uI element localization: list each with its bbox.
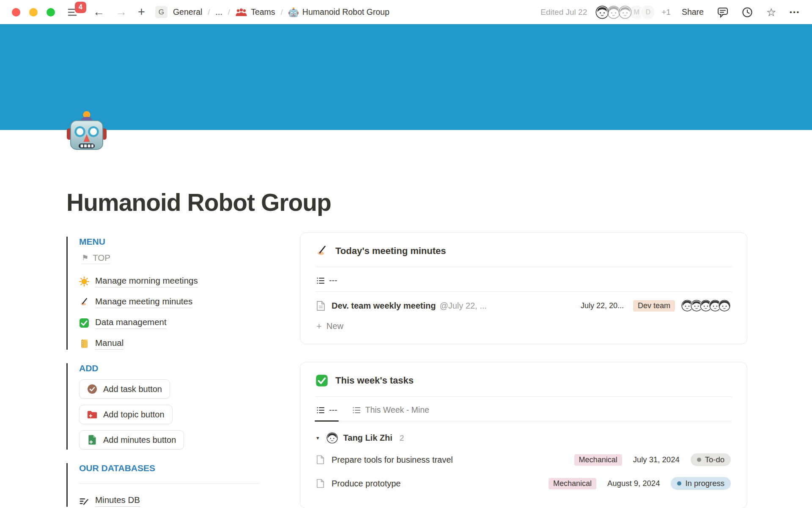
window-controls	[12, 8, 55, 17]
ledger-icon	[79, 339, 89, 349]
menu-link-meeting-minutes[interactable]: Manage meeting minutes	[79, 296, 192, 308]
breadcrumb-separator: /	[281, 8, 283, 17]
view-tabs: ---	[315, 267, 732, 292]
assignee-name: Tang Lik Zhi	[343, 433, 392, 443]
top-anchor-link[interactable]: ⚑ TOP	[82, 253, 110, 264]
breadcrumb-separator: /	[208, 8, 210, 17]
meeting-date-mention: @July 22, ...	[439, 301, 486, 311]
breadcrumb-ellipsis[interactable]: ...	[216, 7, 222, 17]
menu-link-data-management[interactable]: Data management	[79, 317, 167, 329]
history-clock-icon[interactable]	[742, 7, 753, 18]
task-row[interactable]: Produce prototype Mechanical August 9, 2…	[315, 472, 732, 495]
card-title: Today's meeting minutes	[335, 246, 446, 257]
favorite-star-icon[interactable]: ☆	[766, 7, 776, 18]
add-topic-button[interactable]: Add topic button	[79, 405, 173, 424]
red-folder-plus-icon	[87, 409, 97, 420]
page-title[interactable]: Humanoid Robot Group	[66, 188, 812, 216]
status-badge[interactable]: To-do	[691, 453, 731, 466]
new-entry-button[interactable]: + New	[315, 314, 732, 331]
member-avatar	[718, 299, 731, 312]
notification-badge: 4	[75, 2, 86, 13]
top-label: TOP	[93, 253, 110, 263]
weekly-tasks-card: This week's tasks -	[300, 362, 747, 508]
status-dot	[697, 458, 701, 462]
status-label: In progress	[685, 479, 724, 488]
plus-icon: +	[316, 322, 322, 331]
brown-check-circle-icon	[87, 384, 97, 394]
document-icon	[316, 455, 325, 465]
card-title: This week's tasks	[335, 375, 414, 386]
close-window-button[interactable]	[12, 8, 20, 17]
add-topic-label: Add topic button	[103, 410, 165, 420]
zoom-window-button[interactable]	[47, 8, 55, 17]
due-date[interactable]: July 31, 2024	[633, 455, 680, 464]
task-title: Prepare tools for business travel	[332, 455, 453, 465]
add-minutes-button[interactable]: Add minutes button	[79, 430, 184, 450]
menu-heading: MENU	[79, 237, 281, 247]
right-column: Today's meeting minutes	[300, 232, 747, 508]
attendee-avatars[interactable]	[684, 299, 731, 312]
meeting-date-property[interactable]: July 22, 20...	[581, 301, 624, 310]
breadcrumb-item-current-page[interactable]: Humanoid Robot Group	[302, 7, 390, 17]
presence-avatars: M D	[595, 5, 656, 20]
add-task-button[interactable]: Add task button	[79, 379, 170, 399]
meeting-title: Dev. team weekly meeting	[332, 301, 436, 311]
new-page-icon[interactable]: +	[138, 6, 145, 18]
green-doc-plus-icon	[87, 435, 97, 445]
comments-icon[interactable]	[717, 7, 728, 18]
assignee-avatar	[326, 432, 338, 444]
team-tag[interactable]: Dev team	[633, 300, 675, 312]
list-view-icon	[352, 406, 361, 414]
meeting-minutes-card: Today's meeting minutes	[300, 232, 747, 344]
status-dot	[677, 481, 681, 486]
due-date[interactable]: August 9, 2024	[607, 479, 660, 488]
breadcrumb-item-teams[interactable]: Teams	[251, 7, 275, 17]
menu-link-label: Manage meeting minutes	[95, 296, 192, 308]
add-section: ADD Add task button	[66, 363, 281, 450]
view-tab-default[interactable]: ---	[315, 397, 338, 421]
view-tab-default[interactable]: ---	[315, 267, 338, 291]
view-tabs: --- This Week - Mine	[315, 397, 732, 421]
edited-timestamp: Edited Jul 22	[540, 8, 587, 17]
share-button[interactable]: Share	[682, 7, 704, 17]
avatar-overflow-count[interactable]: +1	[661, 8, 671, 17]
menu-link-morning-meetings[interactable]: Manage morning meetings	[79, 276, 198, 287]
forward-arrow-icon[interactable]: →	[115, 6, 127, 18]
flag-icon: ⚑	[82, 253, 88, 262]
list-view-icon	[316, 406, 325, 414]
sidebar-toggle[interactable]: 4	[68, 8, 79, 17]
menu-link-manual[interactable]: Manual	[79, 338, 123, 350]
meeting-row[interactable]: Dev. team weekly meeting @July 22, ... J…	[315, 292, 732, 314]
add-heading: ADD	[79, 363, 281, 373]
collapse-caret-icon[interactable]: ▾	[316, 435, 319, 441]
new-entry-label: New	[326, 321, 343, 331]
writing-hand-icon	[79, 297, 89, 307]
page-robot-icon[interactable]	[66, 110, 107, 151]
member-avatar-initial[interactable]: D	[640, 5, 656, 20]
status-badge[interactable]: In progress	[671, 477, 731, 490]
view-tab-this-week-mine[interactable]: This Week - Mine	[351, 397, 430, 421]
list-pencil-icon	[79, 496, 89, 506]
left-column: MENU ⚑ TOP	[66, 232, 281, 508]
back-arrow-icon[interactable]: ←	[93, 6, 104, 18]
member-avatar[interactable]	[617, 5, 633, 20]
workspace-badge[interactable]: G	[155, 6, 167, 18]
green-check-icon	[79, 318, 89, 328]
sun-icon	[79, 276, 89, 287]
breadcrumb-separator: /	[228, 8, 230, 17]
category-tag[interactable]: Mechanical	[549, 478, 596, 489]
category-tag[interactable]: Mechanical	[574, 454, 622, 466]
add-minutes-label: Add minutes button	[103, 435, 176, 445]
robot-icon	[288, 7, 299, 17]
teams-people-icon	[236, 8, 247, 17]
document-icon	[316, 301, 325, 311]
assignee-group-row: ▾ Tang Lik Zhi 2	[315, 421, 732, 448]
breadcrumb-item-general[interactable]: General	[173, 7, 202, 17]
add-task-label: Add task button	[103, 384, 162, 394]
menu-section: MENU ⚑ TOP	[66, 237, 281, 350]
minimize-window-button[interactable]	[29, 8, 38, 17]
task-row[interactable]: Prepare tools for business travel Mechan…	[315, 448, 732, 472]
minutes-db-link[interactable]: Minutes DB	[79, 495, 140, 507]
more-options-icon[interactable]: •••	[790, 8, 800, 16]
notion-window: 4 ← → + G General / ... / Teams /	[0, 0, 812, 508]
